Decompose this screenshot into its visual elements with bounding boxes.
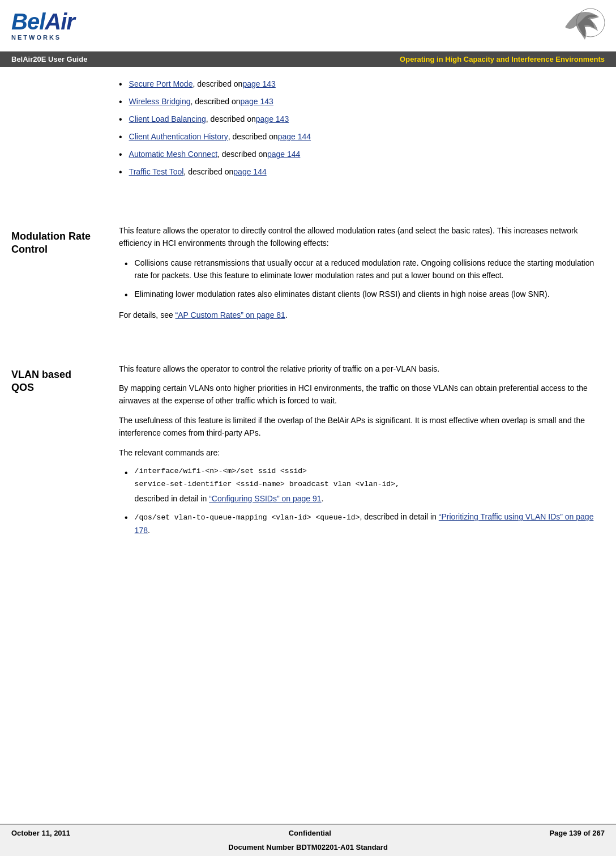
vlan-section: VLAN basedQOS This feature allows the op… [0, 351, 616, 555]
footer-date: October 11, 2011 [11, 829, 70, 837]
modulation-title: Modulation RateControl [11, 230, 105, 257]
list-item: Client Load Balancing, described on page… [119, 113, 599, 126]
client-auth-history-link[interactable]: Client Authentication History [129, 131, 228, 143]
page-143-link-3[interactable]: page 143 [256, 113, 289, 125]
vlan-para4: The relevant commands are: [119, 446, 599, 459]
logo-text: BelAir [11, 10, 75, 33]
footer-confidential: Confidential [289, 829, 331, 837]
nav-left: BelAir20E User Guide [11, 55, 87, 63]
footer-doc-number: Document Number BDTM02201-A01 Standard [0, 841, 616, 856]
page-144-link-3[interactable]: page 144 [233, 166, 266, 178]
vlan-para1: This feature allows the operator to cont… [119, 363, 599, 375]
page-143-link-2[interactable]: page 143 [241, 96, 273, 108]
vlan-code2: /qos/set vlan-to-queue-mapping <vlan-id>… [135, 513, 360, 522]
list-item: Automatic Mesh Connect, described on pag… [119, 148, 599, 161]
modulation-bullets: Collisions cause retransmissions that us… [125, 257, 599, 302]
page-144-link-2[interactable]: page 144 [267, 148, 300, 160]
vlan-bullet1-desc: described in detail in [135, 494, 209, 503]
list-item: Wireless Bridging, described on page 143 [119, 96, 599, 109]
traffic-test-tool-link[interactable]: Traffic Test Tool [129, 166, 184, 178]
vlan-bullet2: /qos/set vlan-to-queue-mapping <vlan-id>… [135, 510, 599, 536]
list-item: Eliminating lower modulation rates also … [125, 288, 599, 303]
footer-area: October 11, 2011 Confidential Page 139 o… [0, 824, 616, 856]
vlan-bullet1: /interface/wifi-<n>-<m>/set ssid <ssid> … [135, 466, 400, 505]
page-143-link-1[interactable]: page 143 [242, 78, 275, 90]
modulation-section: Modulation RateControl This feature allo… [0, 213, 616, 340]
nav-right: Operating in High Capacity and Interfere… [400, 55, 605, 63]
list-item: Traffic Test Tool, described on page 144 [119, 166, 599, 179]
logo-area: BelAir NETWORKS [11, 10, 75, 41]
list-item: /interface/wifi-<n>-<m>/set ssid <ssid> … [125, 466, 599, 505]
list-item: Secure Port Mode, described on page 143 [119, 78, 599, 91]
secure-port-mode-link[interactable]: Secure Port Mode [129, 78, 193, 90]
top-bullets-content: Secure Port Mode, described on page 143 … [113, 67, 616, 202]
modulation-content: This feature allows the operator to dire… [113, 213, 616, 340]
page-header: BelAir NETWORKS [0, 0, 616, 52]
vlan-title: VLAN basedQOS [11, 368, 105, 395]
top-bullets-section: Secure Port Mode, described on page 143 … [0, 67, 616, 202]
logo-sub: NETWORKS [11, 34, 75, 41]
vlan-bullet2-desc: , described in detail in [360, 512, 438, 521]
top-bullet-list: Secure Port Mode, described on page 143 … [119, 78, 599, 179]
logo-icon [554, 6, 605, 45]
list-item: Collisions cause retransmissions that us… [125, 257, 599, 282]
page-144-link-1[interactable]: page 144 [278, 131, 311, 143]
vlan-title-col: VLAN basedQOS [0, 351, 113, 555]
ap-custom-rates-link[interactable]: “AP Custom Rates” on page 81 [176, 310, 285, 320]
auto-mesh-connect-link[interactable]: Automatic Mesh Connect [129, 148, 217, 160]
footer-page: Page 139 of 267 [549, 829, 605, 837]
modulation-footer: For details, see “AP Custom Rates” on pa… [119, 309, 599, 321]
configuring-ssids-link[interactable]: “Configuring SSIDs” on page 91 [209, 494, 321, 503]
vlan-para2: By mapping certain VLANs onto higher pri… [119, 382, 599, 407]
vlan-bullet1-period: . [322, 494, 324, 503]
footer-row: October 11, 2011 Confidential Page 139 o… [0, 824, 616, 841]
list-item: Client Authentication History, described… [119, 131, 599, 144]
vlan-content: This feature allows the operator to cont… [113, 351, 616, 555]
vlan-bullet2-period: . [148, 526, 150, 535]
top-left-spacer [0, 67, 113, 202]
vlan-code1a: /interface/wifi-<n>-<m>/set ssid <ssid> [135, 466, 400, 477]
vlan-bullets: /interface/wifi-<n>-<m>/set ssid <ssid> … [125, 466, 599, 537]
modulation-intro: This feature allows the operator to dire… [119, 224, 599, 250]
vlan-code1b: service-set-identifier <ssid-name> broad… [135, 479, 400, 490]
wireless-bridging-link[interactable]: Wireless Bridging [129, 96, 191, 108]
vlan-para3: The usefulness of this feature is limite… [119, 414, 599, 440]
client-load-balancing-link[interactable]: Client Load Balancing [129, 113, 206, 125]
list-item: /qos/set vlan-to-queue-mapping <vlan-id>… [125, 510, 599, 536]
modulation-title-col: Modulation RateControl [0, 213, 113, 340]
nav-bar: BelAir20E User Guide Operating in High C… [0, 52, 616, 67]
